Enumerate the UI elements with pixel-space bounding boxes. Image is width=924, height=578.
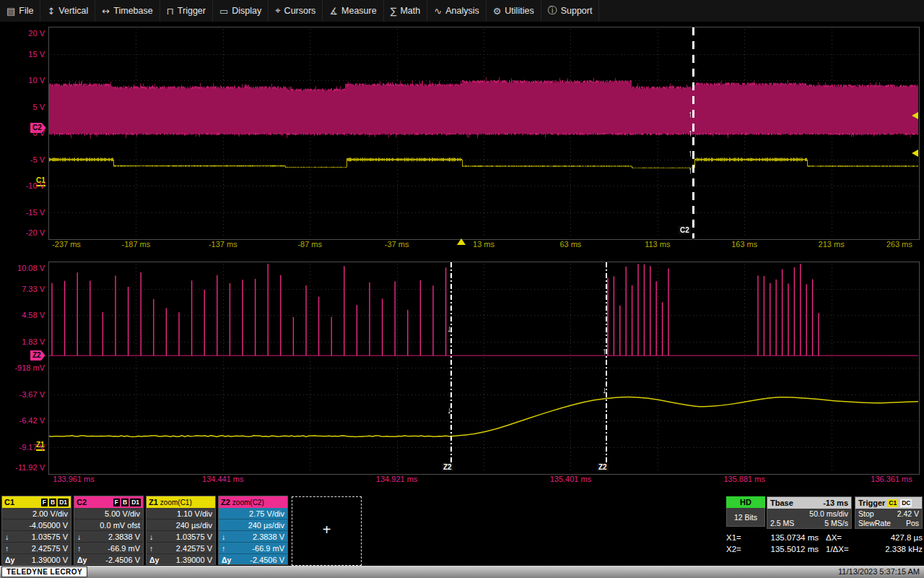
grid2-x2-cursor[interactable] [606, 262, 607, 467]
trace-row: ↓1.03575 V [147, 531, 215, 543]
cursor-arrow-icon: ↓ [447, 405, 452, 415]
trace-id: C1 [4, 498, 14, 506]
trace-header: C1FBD1 [2, 496, 71, 508]
menu-item-trigger[interactable]: ⊓Trigger [160, 0, 213, 22]
grid1-x-label: -87 ms [297, 240, 322, 249]
tbase-scale: 50.0 ms/div [809, 509, 848, 518]
datetime: 11/13/2023 5:37:15 AM [838, 566, 920, 578]
trace-value: 2.3838 V [108, 532, 140, 541]
grid1-y-label: 0 V [0, 129, 45, 137]
menu-item-cursors[interactable]: ⌖Cursors [269, 0, 323, 22]
cursor-down-icon: ↓ [222, 532, 225, 541]
trace-row: 240 µs/div [219, 519, 287, 531]
cursor-arrow-icon: ↑ [688, 127, 693, 138]
trace-descriptor-z1[interactable]: Z1zoom(C1)1.10 V/div240 µs/div↓1.03575 V… [146, 496, 216, 565]
tbase-memory: 2.5 MS [770, 519, 794, 527]
trace-row: ↓2.3838 V [219, 531, 287, 543]
trace-descriptor-c2[interactable]: C2FBD15.00 V/div0.0 mV ofst↓2.3838 V↑-66… [74, 496, 144, 565]
tbase-label: Tbase [770, 499, 793, 507]
trigger-source-badge: C1 [887, 499, 898, 507]
x1-value: 135.0734 ms [755, 532, 826, 543]
trigger-level-marker-low[interactable] [912, 150, 918, 157]
grid1-y-label: 20 V [0, 29, 45, 38]
fx-value: 2.338 kHz [860, 543, 923, 555]
z2-offset-marker[interactable]: Z2 [30, 350, 45, 361]
grid1-x-label: 213 ms [819, 240, 845, 249]
menu-item-label: Support [561, 6, 593, 16]
trace-badges: FBD1 [41, 499, 69, 506]
timebase-icon: ↔ [102, 6, 110, 17]
menu-item-label: File [19, 6, 33, 16]
grid2-y-label: 7.33 V [0, 285, 45, 293]
menu-item-vertical[interactable]: ↕Vertical [40, 0, 95, 22]
grid2-y-label: -6.42 V [0, 416, 45, 425]
grid1-waveform-canvas[interactable] [49, 27, 918, 238]
menu-item-display[interactable]: ▭Display [213, 0, 269, 22]
hd-badge: HD [726, 496, 765, 508]
grid2-x-label: 135.401 ms [550, 475, 591, 483]
trace-subtitle: zoom(C2) [232, 499, 264, 506]
trace-header: Z1zoom(C1) [147, 496, 215, 508]
grid2-waveform-canvas[interactable] [49, 262, 918, 473]
menu-item-timebase[interactable]: ↔Timebase [95, 0, 160, 22]
grid2-x-label: 134.441 ms [202, 475, 243, 483]
trace-value: -2.4506 V [250, 556, 284, 564]
grid1-y-label: 10 V [0, 76, 45, 85]
trace-row: 240 µs/div [147, 519, 215, 531]
fx-label: 1/ΔX= [826, 543, 860, 555]
grid1-x-label: -237 ms [52, 240, 81, 249]
trace-value: 0.0 mV ofst [100, 521, 140, 530]
trace-header: C2FBD1 [74, 496, 143, 508]
trace-value: 240 µs/div [176, 521, 212, 530]
menu-item-label: Math [400, 6, 420, 16]
trace-row: 1.10 V/div [147, 508, 215, 519]
grid1-y-label: -5 V [0, 155, 45, 164]
menu-item-file[interactable]: ▤File [0, 0, 40, 22]
trigger-box[interactable]: Trigger C1 DC Stop 2.42 V SlewRate Pos [855, 496, 923, 529]
trace-badge: F [41, 499, 48, 506]
menu-item-utilities[interactable]: ⚙Utilities [487, 0, 541, 22]
cursor-up-icon: ↑ [222, 544, 225, 553]
trigger-icon: ⊓ [167, 6, 174, 17]
trace-badges: FBD1 [113, 499, 141, 506]
menu-item-analysis[interactable]: ∿Analysis [427, 0, 486, 22]
cursor-up-icon: ↑ [77, 544, 81, 553]
grid2-x1-cursor[interactable] [450, 262, 452, 467]
trace-header: Z2zoom(C2) [219, 496, 287, 508]
analysis-icon: ∿ [434, 6, 442, 17]
menu-item-label: Vertical [58, 6, 88, 16]
timebase-box[interactable]: Tbase -13 ms 50.0 ms/div 2.5 MS 5 MS/s [767, 496, 852, 529]
support-icon: ⓘ [548, 4, 557, 17]
trigger-position-marker[interactable] [457, 238, 466, 245]
trace-value: 2.42575 V [32, 544, 68, 553]
trace-descriptor-z2[interactable]: Z2zoom(C2)2.75 V/div240 µs/div↓2.3838 V↑… [218, 496, 288, 565]
trigger-level-marker-high[interactable] [912, 112, 918, 119]
add-trace-button[interactable]: + [292, 496, 362, 566]
trace-value: -66.9 mV [108, 544, 140, 553]
grid2-y-label: -11.92 V [0, 463, 45, 472]
menu-item-math[interactable]: ∑Math [384, 0, 428, 22]
trace-row: 5.00 V/div [74, 508, 143, 519]
menu-item-support[interactable]: ⓘSupport [541, 0, 600, 22]
status-bar: TELEDYNE LECROY 11/13/2023 5:37:15 AM [0, 566, 924, 578]
grid1-x-label: 113 ms [645, 240, 670, 249]
trace-row: Δy1.39000 V [2, 554, 71, 566]
cursor-arrow-icon: ↓ [447, 323, 452, 334]
trace-row: Δy-2.4506 V [74, 554, 143, 566]
cursor-down-icon: ↓ [149, 532, 153, 541]
trace-row: 0.0 mV ofst [74, 519, 143, 531]
cursor-dy-icon: Δy [77, 556, 87, 564]
trace-descriptor-c1[interactable]: C1FBD12.00 V/div-4.05000 V↓1.03575 V↑2.4… [1, 496, 71, 565]
menu-item-measure[interactable]: ∡Measure [323, 0, 383, 22]
trace-id: Z1 [149, 498, 158, 506]
trace-value: 2.42575 V [176, 544, 212, 553]
hd-mode-box[interactable]: HD 12 Bits [726, 496, 765, 527]
trace-value: 2.3838 V [253, 532, 284, 541]
menu-item-label: Display [232, 6, 261, 16]
teledyne-lecroy-logo: TELEDYNE LECROY [1, 566, 87, 577]
trace-row: 2.75 V/div [219, 508, 287, 519]
hd-bits: 12 Bits [726, 508, 765, 527]
display-icon: ▭ [219, 6, 228, 17]
grid2-x-label: 136.361 ms [871, 475, 912, 483]
trace-value: 1.39000 V [32, 556, 68, 564]
